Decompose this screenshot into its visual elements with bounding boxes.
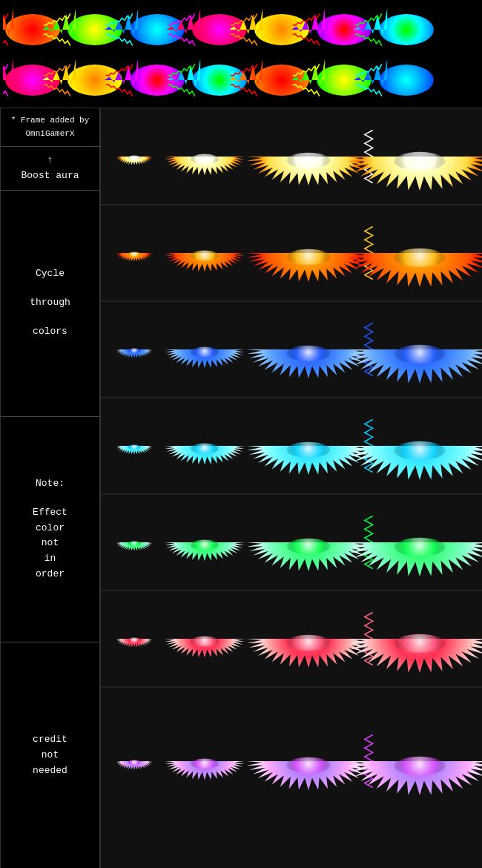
content-canvas	[101, 108, 482, 868]
colors-label: colors	[33, 324, 67, 340]
color-label: color	[36, 521, 65, 536]
through-label: through	[30, 295, 70, 311]
sidebar-cycle: Cycle through colors	[1, 191, 99, 417]
sidebar-boost-aura: ↑ Boost aura	[1, 147, 99, 191]
credit-label: credit	[33, 732, 67, 748]
main-layout: * Frame added by OmniGamerX ↑ Boost aura…	[0, 108, 482, 868]
content-area	[100, 108, 482, 868]
frame-note-text: * Frame added by OmniGamerX	[5, 114, 95, 140]
top-sprites-canvas	[3, 3, 482, 111]
effect-label: Effect	[33, 505, 67, 521]
not-label: not	[42, 536, 59, 551]
cycle-label: Cycle	[36, 266, 65, 282]
order-label: order	[36, 567, 65, 582]
not2-label: not	[42, 748, 59, 763]
top-sprite-area	[0, 0, 482, 108]
sidebar-note: Note: Effect color not in order	[1, 417, 99, 643]
sidebar: * Frame added by OmniGamerX ↑ Boost aura…	[0, 108, 100, 868]
arrow-up-icon: ↑	[47, 153, 53, 168]
in-label: in	[44, 551, 56, 567]
sidebar-frame-note: * Frame added by OmniGamerX	[1, 108, 99, 147]
boost-aura-label: Boost aura	[21, 168, 79, 184]
note-label: Note:	[36, 476, 65, 492]
sidebar-credit: credit not needed	[1, 642, 99, 868]
needed-label: needed	[33, 763, 67, 779]
